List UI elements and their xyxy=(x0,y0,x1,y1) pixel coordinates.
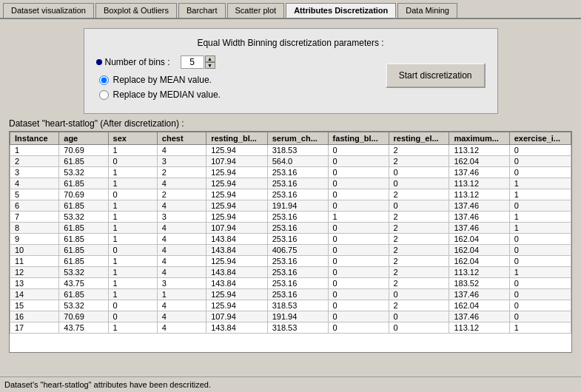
dataset-title: Dataset "heart-statlog" (After discretiz… xyxy=(9,118,572,129)
table-cell: 2 xyxy=(389,278,449,289)
table-cell: 0 xyxy=(328,311,389,322)
tab-attributes-discretization[interactable]: Attributes Discretization xyxy=(286,3,396,18)
radio-mean-row: Replace by MEAN value. xyxy=(99,75,386,85)
spinner-up-button[interactable]: ▲ xyxy=(205,55,215,62)
tab-barchart[interactable]: Barchart xyxy=(178,3,226,18)
tab-dataset-visualization[interactable]: Dataset visualization xyxy=(3,3,94,18)
table-cell: 1 xyxy=(108,223,157,234)
table-cell: 253.16 xyxy=(267,212,328,223)
table-cell: 2 xyxy=(389,189,449,200)
table-cell: 2 xyxy=(157,189,206,200)
bins-input[interactable] xyxy=(181,55,204,69)
table-cell: 61.85 xyxy=(59,256,108,267)
table-cell: 0 xyxy=(328,145,389,156)
table-cell: 8 xyxy=(10,223,59,234)
table-cell: 4 xyxy=(157,178,206,189)
table-cell: 0 xyxy=(389,200,449,212)
table-cell: 0 xyxy=(328,200,389,212)
table-cell: 0 xyxy=(509,234,571,245)
spinner-buttons: ▲ ▼ xyxy=(205,55,215,69)
col-resting-el: resting_el... xyxy=(389,132,449,145)
table-cell: 70.69 xyxy=(59,145,108,156)
table-cell: 143.84 xyxy=(206,322,268,334)
table-cell: 3 xyxy=(157,156,206,167)
table-cell: 0 xyxy=(108,311,157,322)
table-row: 170.6914125.94318.5302113.120 xyxy=(10,145,571,156)
table-cell: 0 xyxy=(509,300,571,311)
table-cell: 113.12 xyxy=(449,322,509,334)
table-cell: 4 xyxy=(157,145,206,156)
table-cell: 7 xyxy=(10,212,59,223)
radio-mean-label: Replace by MEAN value. xyxy=(113,75,212,85)
table-cell: 162.04 xyxy=(449,300,509,311)
table-row: 1743.7514143.84318.5300113.121 xyxy=(10,322,571,334)
start-discretization-button[interactable]: Start discretization xyxy=(386,63,486,88)
table-cell: 0 xyxy=(108,156,157,167)
table-cell: 4 xyxy=(157,223,206,234)
table-cell: 253.16 xyxy=(267,189,328,200)
table-cell: 253.16 xyxy=(267,178,328,189)
table-header: Instance age sex chest resting_bl... ser… xyxy=(10,132,571,145)
tab-scatter-plot[interactable]: Scatter plot xyxy=(227,3,285,18)
table-cell: 0 xyxy=(328,245,389,256)
tab-boxplot-outliers[interactable]: Boxplot & Outliers xyxy=(95,3,177,18)
table-cell: 0 xyxy=(108,245,157,256)
table-cell: 253.16 xyxy=(267,267,328,278)
table-cell: 0 xyxy=(509,278,571,289)
table-cell: 2 xyxy=(157,167,206,178)
bullet-icon xyxy=(96,59,102,65)
table-row: 1253.3214143.84253.1602113.121 xyxy=(10,267,571,278)
table-cell: 107.94 xyxy=(206,223,268,234)
table-cell: 2 xyxy=(389,156,449,167)
table-cell: 1 xyxy=(108,212,157,223)
table-cell: 0 xyxy=(509,245,571,256)
table-cell: 162.04 xyxy=(449,234,509,245)
tab-bar: Dataset visualization Boxplot & Outliers… xyxy=(0,0,581,19)
table-cell: 318.53 xyxy=(267,322,328,334)
table-cell: 2 xyxy=(389,145,449,156)
params-inner: Number of bins : ▲ ▼ Replace by MEAN val… xyxy=(96,55,486,104)
table-cell: 4 xyxy=(157,311,206,322)
radio-mean[interactable] xyxy=(99,75,109,85)
table-cell: 113.12 xyxy=(449,267,509,278)
table-cell: 0 xyxy=(509,156,571,167)
table-cell: 125.94 xyxy=(206,289,268,300)
table-cell: 0 xyxy=(328,189,389,200)
table-cell: 318.53 xyxy=(267,145,328,156)
radio-median[interactable] xyxy=(99,90,109,100)
table-cell: 0 xyxy=(328,234,389,245)
table-cell: 253.16 xyxy=(267,289,328,300)
table-row: 753.3213125.94253.1612137.461 xyxy=(10,212,571,223)
table-cell: 143.84 xyxy=(206,278,268,289)
table-cell: 0 xyxy=(328,300,389,311)
table-cell: 125.94 xyxy=(206,212,268,223)
table-cell: 1 xyxy=(108,234,157,245)
data-table-container[interactable]: Instance age sex chest resting_bl... ser… xyxy=(9,131,572,353)
radio-median-label: Replace by MEDIAN value. xyxy=(113,89,221,100)
table-cell: 2 xyxy=(389,234,449,245)
table-row: 461.8514125.94253.1600113.121 xyxy=(10,178,571,189)
table-cell: 137.46 xyxy=(449,311,509,322)
table-cell: 4 xyxy=(157,256,206,267)
table-row: 1343.7513143.84253.1602183.520 xyxy=(10,278,571,289)
table-cell: 0 xyxy=(509,200,571,212)
table-row: 661.8514125.94191.9400137.460 xyxy=(10,200,571,212)
table-cell: 4 xyxy=(157,322,206,334)
col-age: age xyxy=(59,132,108,145)
params-box: Equal Width Binning discretization param… xyxy=(84,28,498,114)
spinner-down-button[interactable]: ▼ xyxy=(205,62,215,69)
tab-data-mining[interactable]: Data Mining xyxy=(397,3,457,18)
table-cell: 53.32 xyxy=(59,212,108,223)
table-cell: 0 xyxy=(328,223,389,234)
table-cell: 183.52 xyxy=(449,278,509,289)
table-cell: 0 xyxy=(389,311,449,322)
table-cell: 4 xyxy=(157,234,206,245)
bins-control: ▲ ▼ xyxy=(181,55,215,69)
table-row: 353.3212125.94253.1600137.460 xyxy=(10,167,571,178)
table-cell: 162.04 xyxy=(449,256,509,267)
table-cell: 4 xyxy=(157,245,206,256)
col-instance: Instance xyxy=(10,132,59,145)
table-row: 1461.8511125.94253.1600137.460 xyxy=(10,289,571,300)
table-cell: 1 xyxy=(509,267,571,278)
table-cell: 253.16 xyxy=(267,256,328,267)
